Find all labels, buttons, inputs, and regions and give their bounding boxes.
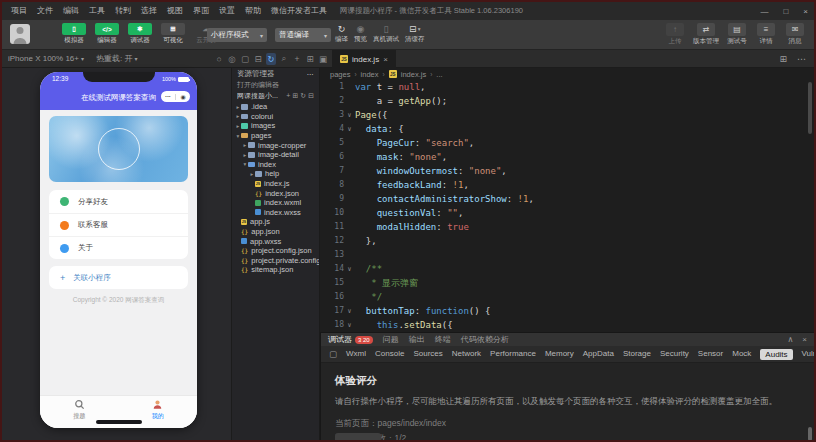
tree-item-index.wxml[interactable]: index.wxml bbox=[232, 198, 319, 208]
more-actions-icon[interactable]: ⋯ bbox=[307, 70, 315, 79]
tree-item-colorui[interactable]: ▸colorui bbox=[232, 112, 319, 122]
hero-banner-image[interactable] bbox=[49, 116, 188, 182]
menu-item-视图[interactable]: 视图 bbox=[162, 2, 188, 20]
breadcrumb-item[interactable]: index bbox=[361, 70, 379, 79]
tree-item-app.json[interactable]: {}app.json bbox=[232, 227, 319, 237]
debugger-tab-Sensor[interactable]: Sensor bbox=[698, 349, 723, 360]
editor-scrollbar[interactable] bbox=[808, 82, 812, 134]
minimize-button[interactable]: — bbox=[760, 7, 768, 16]
action-详情[interactable]: ≡详情 bbox=[755, 23, 777, 46]
action-真机调试[interactable]: ▯真机调试 bbox=[373, 23, 399, 44]
tree-item-app.js[interactable]: JSapp.js bbox=[232, 217, 319, 227]
debugger-tab-Audits[interactable]: Audits bbox=[760, 349, 792, 360]
menu-item-帮助[interactable]: 帮助 bbox=[240, 2, 266, 20]
menu-item-界面[interactable]: 界面 bbox=[188, 2, 214, 20]
fold-chevron-icon[interactable]: ∨ bbox=[344, 108, 355, 122]
action-预览[interactable]: ◉预览 bbox=[354, 23, 367, 44]
device-select[interactable]: iPhone X 100% 16+▾ bbox=[8, 54, 84, 63]
action-清缓存[interactable]: ⊟▾清缓存 bbox=[405, 23, 425, 44]
menu-item-选择[interactable]: 选择 bbox=[136, 2, 162, 20]
tree-item-project.private.config.js..[interactable]: {}project.private.config.js.. bbox=[232, 256, 319, 266]
grid-icon[interactable]: ⊞ bbox=[305, 53, 315, 65]
breadcrumb-item[interactable]: index.js bbox=[401, 70, 426, 79]
mode-button-编辑器[interactable]: </>编辑器 bbox=[93, 23, 121, 45]
collapse-panel-icon[interactable]: ∧ bbox=[787, 335, 793, 344]
tree-item-.idea[interactable]: ▸.idea bbox=[232, 102, 319, 112]
split-editor-icon[interactable]: ⊞ bbox=[779, 54, 787, 64]
link-miniprogram-item[interactable]: + 关联小程序 bbox=[49, 266, 188, 289]
panel-tab-代码依赖分析[interactable]: 代码依赖分析 bbox=[461, 334, 509, 345]
exit-target-icon[interactable]: ◉ bbox=[180, 94, 185, 100]
debugger-tab-Wxml[interactable]: Wxml bbox=[346, 349, 366, 360]
debugger-tab-Mock[interactable]: Mock bbox=[732, 349, 751, 360]
panel-icon[interactable]: ▣ bbox=[318, 53, 328, 65]
close-tab-icon[interactable]: × bbox=[383, 55, 388, 64]
panel-tab-调试器[interactable]: 调试器3 20 bbox=[328, 334, 373, 345]
fold-chevron-icon[interactable]: ∨ bbox=[344, 262, 355, 276]
debugger-tab-Sources[interactable]: Sources bbox=[413, 349, 442, 360]
menu-item-文件[interactable]: 文件 bbox=[32, 2, 58, 20]
power-icon[interactable]: ○ bbox=[214, 53, 224, 65]
debugger-tab-Vulnerability[interactable]: Vulnerability bbox=[802, 349, 816, 360]
debugger-scrollbar[interactable] bbox=[808, 427, 812, 440]
tree-item-images[interactable]: ▸images bbox=[232, 121, 319, 131]
refresh-icon[interactable]: ↻ bbox=[266, 53, 276, 65]
tree-item-app.wxss[interactable]: app.wxss bbox=[232, 236, 319, 246]
menu-item-转到[interactable]: 转到 bbox=[110, 2, 136, 20]
debugger-tab-Storage[interactable]: Storage bbox=[623, 349, 651, 360]
search-icon[interactable]: ⌕ bbox=[279, 53, 289, 65]
debugger-tab-Memory[interactable]: Memory bbox=[545, 349, 574, 360]
mode-select[interactable]: 小程序模式 ▾ bbox=[207, 28, 267, 42]
tree-item-pages[interactable]: ▾pages bbox=[232, 131, 319, 141]
open-editors-section[interactable]: 打开的编辑器 bbox=[232, 80, 319, 90]
tree-item-index.wxss[interactable]: index.wxss bbox=[232, 208, 319, 218]
more-actions-icon[interactable]: ⋯ bbox=[797, 54, 806, 64]
action-上传[interactable]: ↑上传 bbox=[664, 23, 686, 46]
tree-item-project.config.json[interactable]: {}project.config.json bbox=[232, 246, 319, 256]
plus-icon[interactable]: + bbox=[292, 53, 302, 65]
user-avatar[interactable] bbox=[10, 24, 30, 44]
menu-item-编辑[interactable]: 编辑 bbox=[58, 2, 84, 20]
action-消息[interactable]: ✉消息 bbox=[784, 23, 806, 46]
tree-item-image-cropper[interactable]: ▸image-cropper bbox=[232, 140, 319, 150]
project-icon[interactable]: ⊟ bbox=[308, 92, 314, 99]
menu-item-微信开发者工具[interactable]: 微信开发者工具 bbox=[266, 2, 332, 20]
menu-item-设置[interactable]: 设置 bbox=[214, 2, 240, 20]
collapse-panel-icon[interactable]: ⊟ bbox=[253, 53, 263, 65]
record-icon[interactable]: ◎ bbox=[227, 53, 237, 65]
tree-item-image-detail[interactable]: ▸image-detail bbox=[232, 150, 319, 160]
menu-item-工具[interactable]: 工具 bbox=[84, 2, 110, 20]
project-root-row[interactable]: 网课搜题小... +⊞↻⊟ bbox=[232, 90, 319, 101]
mode-button-可视化[interactable]: ⊞可视化 bbox=[159, 23, 187, 45]
tree-item-index.js[interactable]: JSindex.js bbox=[232, 179, 319, 189]
panel-tab-问题[interactable]: 问题 bbox=[383, 334, 399, 345]
hot-reload-select[interactable]: 热重载: 开▾ bbox=[96, 53, 137, 64]
action-版本管理[interactable]: ⇄版本管理 bbox=[693, 23, 719, 46]
debugger-tab-Network[interactable]: Network bbox=[452, 349, 481, 360]
breadcrumb[interactable]: pages›index›JSindex.js›... bbox=[320, 68, 814, 80]
editor-tab-indexjs[interactable]: JS index.js × bbox=[332, 50, 396, 68]
debugger-tab-Console[interactable]: Console bbox=[375, 349, 404, 360]
tree-item-index.json[interactable]: {}index.json bbox=[232, 188, 319, 198]
mode-button-调试器[interactable]: ✱调试器 bbox=[126, 23, 154, 45]
mode-button-模拟器[interactable]: ▯模拟器 bbox=[60, 23, 88, 45]
tree-item-sitemap.json[interactable]: {}sitemap.json bbox=[232, 265, 319, 275]
fold-chevron-icon[interactable]: ∨ bbox=[344, 318, 355, 332]
menu-item-项目[interactable]: 项目 bbox=[6, 2, 32, 20]
menu-item-关于[interactable]: 关于 bbox=[49, 236, 188, 259]
tree-item-help[interactable]: ▸help bbox=[232, 169, 319, 179]
action-测试号[interactable]: ▤测试号 bbox=[726, 23, 748, 46]
maximize-button[interactable]: □ bbox=[783, 7, 788, 16]
more-menu-icon[interactable]: ••• bbox=[165, 94, 171, 99]
project-icon[interactable]: + bbox=[286, 92, 290, 99]
fold-chevron-icon[interactable]: ∨ bbox=[344, 304, 355, 318]
device-toggle-icon[interactable]: ▢ bbox=[329, 349, 337, 359]
breadcrumb-item[interactable]: pages bbox=[330, 70, 350, 79]
project-icon[interactable]: ⊞ bbox=[292, 92, 298, 99]
start-audit-button[interactable] bbox=[335, 433, 381, 440]
debugger-tab-Security[interactable]: Security bbox=[660, 349, 689, 360]
panel-tab-输出[interactable]: 输出 bbox=[409, 334, 425, 345]
debugger-tab-Performance[interactable]: Performance bbox=[490, 349, 536, 360]
close-button[interactable]: × bbox=[803, 7, 808, 16]
device-frame-icon[interactable]: ▢ bbox=[240, 53, 250, 65]
